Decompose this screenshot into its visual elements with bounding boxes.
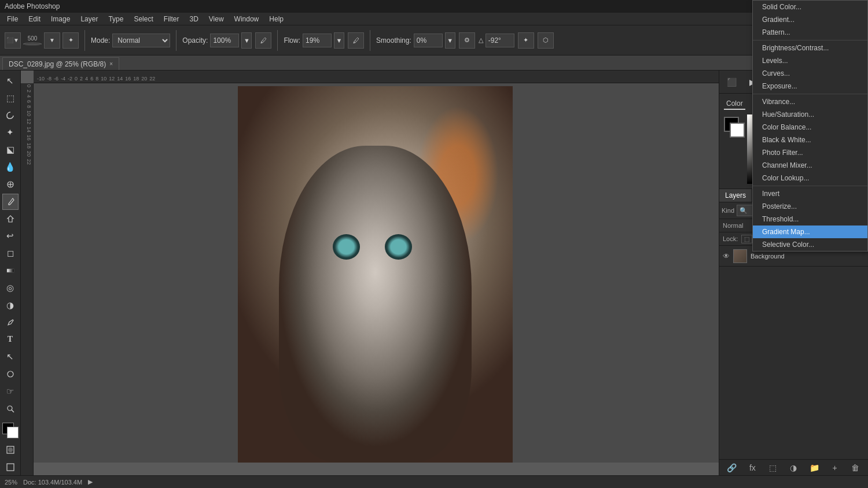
menu-layer[interactable]: Layer bbox=[76, 13, 102, 25]
dropdown-hue-saturation[interactable]: Hue/Saturation... bbox=[753, 108, 867, 121]
menu-select[interactable]: Select bbox=[129, 13, 157, 25]
eyedropper-btn[interactable]: 💧 bbox=[2, 159, 19, 175]
mode-label: Mode: bbox=[91, 36, 110, 45]
brush-tool-btn[interactable] bbox=[2, 194, 19, 210]
smoothing-toggle[interactable]: ▼ bbox=[445, 32, 455, 49]
dropdown-solid-color[interactable]: Solid Color... bbox=[753, 1, 867, 13]
dropdown-color-lookup[interactable]: Color Lookup... bbox=[753, 172, 867, 184]
document-tab[interactable]: DSC_0289.jpg @ 25% (RGB/8) × bbox=[2, 57, 119, 70]
type-tool-btn[interactable]: T bbox=[2, 331, 19, 347]
add-style-btn[interactable]: fx bbox=[746, 462, 758, 474]
pressure-preset-btn[interactable]: ⬡ bbox=[538, 32, 554, 49]
quick-mask-btn[interactable] bbox=[2, 442, 19, 458]
dodge-tool-btn[interactable]: ◑ bbox=[2, 297, 19, 313]
dropdown-brightness-contrast[interactable]: Brightness/Contrast... bbox=[753, 42, 867, 54]
menu-image[interactable]: Image bbox=[46, 13, 75, 25]
menu-type[interactable]: Type bbox=[104, 13, 128, 25]
pen-tool-btn[interactable] bbox=[2, 315, 19, 331]
background-color-box[interactable] bbox=[7, 427, 19, 438]
dropdown-vibrance[interactable]: Vibrance... bbox=[753, 95, 867, 108]
panel-btn-1[interactable]: ⬛ bbox=[724, 75, 740, 90]
brush-size-value: 500 bbox=[28, 35, 38, 42]
adjustment-dropdown-menu: Solid Color... Gradient... Pattern... Br… bbox=[752, 0, 868, 252]
zoom-tool-btn[interactable] bbox=[2, 401, 19, 417]
marquee-tool-btn[interactable]: ⬚ bbox=[2, 90, 19, 106]
color-tab[interactable]: Color bbox=[724, 98, 745, 110]
svg-point-4 bbox=[8, 371, 13, 377]
dropdown-gradient[interactable]: Gradient... bbox=[753, 13, 867, 26]
pressure-opacity-btn[interactable]: 🖊 bbox=[255, 32, 271, 49]
separator-1 bbox=[84, 30, 85, 51]
mode-select[interactable]: Normal Multiply Screen Overlay bbox=[112, 34, 170, 47]
delete-layer-btn[interactable]: 🗑 bbox=[849, 462, 861, 474]
lasso-tool-btn[interactable] bbox=[2, 108, 19, 124]
dropdown-posterize[interactable]: Posterize... bbox=[753, 200, 867, 213]
history-brush-btn[interactable]: ↩ bbox=[2, 228, 19, 244]
dropdown-threshold[interactable]: Threshold... bbox=[753, 213, 867, 225]
flow-toggle[interactable]: ▼ bbox=[334, 32, 344, 49]
dropdown-color-balance[interactable]: Color Balance... bbox=[753, 121, 867, 134]
symmetry-btn[interactable]: ✦ bbox=[518, 32, 534, 49]
dropdown-gradient-map[interactable]: Gradient Map... bbox=[753, 225, 867, 238]
new-fill-adj-btn[interactable]: ◑ bbox=[788, 462, 799, 474]
layers-tab[interactable]: Layers bbox=[719, 189, 752, 202]
flow-input[interactable] bbox=[303, 34, 332, 47]
layer-visibility-eye[interactable]: 👁 bbox=[723, 252, 730, 260]
smoothing-input[interactable] bbox=[414, 34, 443, 47]
tab-close-button[interactable]: × bbox=[109, 61, 113, 67]
svg-line-6 bbox=[12, 410, 14, 412]
right-panel: ⬛ ▶ A ¶ ⬚ ⊞ ⬜ Color Swatches bbox=[719, 71, 868, 475]
opacity-toggle[interactable]: ▼ bbox=[241, 32, 252, 49]
menu-filter[interactable]: Filter bbox=[159, 13, 184, 25]
menu-3d[interactable]: 3D bbox=[185, 13, 203, 25]
hand-tool-btn[interactable]: ☞ bbox=[2, 383, 19, 400]
flow-group: Flow: ▼ bbox=[284, 32, 344, 49]
shape-tool-btn[interactable] bbox=[2, 366, 19, 382]
dropdown-exposure[interactable]: Exposure... bbox=[753, 80, 867, 93]
dropdown-curves[interactable]: Curves... bbox=[753, 67, 867, 80]
menu-view[interactable]: View bbox=[204, 13, 229, 25]
crop-tool-btn[interactable]: ⬕ bbox=[2, 142, 19, 158]
eraser-tool-btn[interactable]: ◻ bbox=[2, 245, 19, 261]
move-tool-btn[interactable]: ↖ bbox=[2, 73, 19, 89]
blur-tool-btn[interactable]: ◎ bbox=[2, 280, 19, 296]
svg-point-8 bbox=[8, 448, 13, 452]
dropdown-levels[interactable]: Levels... bbox=[753, 54, 867, 67]
gradient-tool-btn[interactable] bbox=[2, 263, 19, 279]
screen-mode-btn[interactable] bbox=[2, 459, 19, 475]
smoothing-options-btn[interactable]: ⚙ bbox=[459, 32, 475, 49]
spot-heal-btn[interactable] bbox=[2, 176, 19, 193]
magic-wand-btn[interactable]: ✦ bbox=[2, 124, 19, 141]
dropdown-selective-color[interactable]: Selective Color... bbox=[753, 238, 867, 251]
brush-picker[interactable]: ▼ bbox=[44, 32, 60, 49]
background-swatch[interactable] bbox=[730, 123, 745, 138]
add-mask-btn[interactable]: ⬚ bbox=[767, 462, 779, 474]
angle-group: △ bbox=[479, 34, 514, 47]
dropdown-channel-mixer[interactable]: Channel Mixer... bbox=[753, 159, 867, 172]
dropdown-invert[interactable]: Invert bbox=[753, 187, 867, 200]
opacity-input[interactable] bbox=[210, 34, 239, 47]
stamp-tool-btn[interactable] bbox=[2, 211, 19, 227]
dropdown-pattern[interactable]: Pattern... bbox=[753, 26, 867, 39]
new-layer-btn[interactable]: + bbox=[829, 462, 841, 474]
fg-bg-swatches bbox=[724, 117, 745, 138]
path-selection-btn[interactable]: ↖ bbox=[2, 349, 19, 365]
toggle-airbrush[interactable]: ✦ bbox=[62, 32, 79, 49]
pressure-flow-btn[interactable]: 🖊 bbox=[348, 32, 364, 49]
dropdown-photo-filter[interactable]: Photo Filter... bbox=[753, 146, 867, 159]
link-layers-btn[interactable]: 🔗 bbox=[726, 462, 738, 474]
canvas-content[interactable] bbox=[34, 83, 719, 463]
tool-preset-picker[interactable]: ⬛▼ bbox=[5, 32, 21, 49]
new-group-btn[interactable]: 📁 bbox=[808, 462, 820, 474]
menu-edit[interactable]: Edit bbox=[24, 13, 45, 25]
tab-filename: DSC_0289.jpg @ 25% (RGB/8) bbox=[9, 60, 106, 68]
canvas-image bbox=[238, 86, 513, 463]
lock-transparent-btn[interactable]: ⬚ bbox=[741, 235, 752, 243]
canvas-area: -10 -8 -6 -4 -2 0 2 4 6 8 10 12 14 16 18… bbox=[21, 71, 719, 475]
menu-window[interactable]: Window bbox=[230, 13, 264, 25]
dropdown-black-white[interactable]: Black & White... bbox=[753, 134, 867, 146]
menu-help[interactable]: Help bbox=[264, 13, 288, 25]
angle-input[interactable] bbox=[486, 34, 514, 47]
status-arrow[interactable]: ▶ bbox=[88, 478, 93, 486]
menu-file[interactable]: File bbox=[2, 13, 23, 25]
